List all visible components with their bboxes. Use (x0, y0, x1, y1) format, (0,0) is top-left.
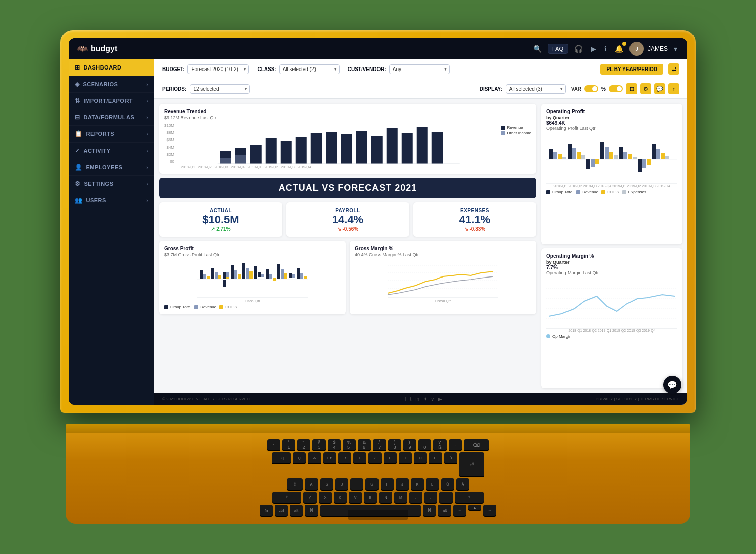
key-j[interactable]: J (396, 478, 409, 490)
key-f[interactable]: F (350, 478, 363, 490)
social-instagram[interactable]: ✦ (423, 396, 427, 402)
key-e[interactable]: E€ (323, 452, 336, 463)
key-b[interactable]: B (364, 492, 377, 503)
app-name: budgyt (91, 44, 117, 53)
info-icon[interactable]: ℹ (602, 43, 609, 55)
key-g[interactable]: G (365, 478, 379, 490)
var-percent-toggle[interactable] (609, 85, 623, 92)
avatar[interactable]: J (629, 42, 644, 56)
key-capslock[interactable]: ⇪ (287, 478, 303, 490)
key-0[interactable]: =0 (418, 439, 431, 450)
social-twitter[interactable]: t (410, 396, 412, 402)
key-5[interactable]: %5 (343, 439, 356, 450)
share-icon-btn[interactable]: ↑ (668, 83, 679, 94)
pl-button[interactable]: PL BY YEAR/PERIOD (600, 64, 663, 75)
class-select[interactable]: All selected (2) (279, 64, 340, 74)
key-ss[interactable]: ?ß (433, 439, 447, 450)
key-x[interactable]: X (319, 492, 332, 503)
key-h[interactable]: H (381, 478, 394, 490)
key-d[interactable]: D (335, 478, 348, 490)
key-q[interactable]: Q (293, 452, 306, 463)
key-7[interactable]: /7 (373, 439, 386, 450)
key-p[interactable]: P (429, 452, 442, 463)
key-ctrl[interactable]: ctrl (275, 505, 288, 516)
key-3[interactable]: §3 (312, 439, 326, 450)
key-cmd-right[interactable]: ⌘ (423, 505, 436, 516)
video-icon[interactable]: ▶ (589, 43, 598, 55)
search-icon[interactable]: 🔍 (531, 43, 544, 55)
bell-icon[interactable]: 🔔 (613, 43, 625, 55)
key-6[interactable]: &6 (358, 439, 371, 450)
trackpad[interactable] (348, 510, 408, 520)
key-2[interactable]: "2 (297, 439, 310, 450)
key-s[interactable]: S (320, 478, 333, 490)
key-l[interactable]: L (426, 478, 439, 490)
var-toggle[interactable] (584, 85, 598, 92)
table-icon[interactable]: ⊞ (626, 83, 637, 94)
key-right[interactable]: → (483, 505, 496, 516)
key-backtick[interactable]: '` (449, 439, 462, 450)
social-youtube[interactable]: ▶ (438, 396, 442, 402)
chevron-down-icon[interactable]: ▾ (672, 43, 679, 55)
key-cmd[interactable]: ⌘ (305, 505, 318, 516)
key-w[interactable]: W (308, 452, 321, 463)
sidebar-item-import-export[interactable]: ⇅ IMPORT/EXPORT › (69, 93, 154, 109)
key-n[interactable]: N (379, 492, 392, 503)
key-u[interactable]: U (384, 452, 397, 463)
social-facebook[interactable]: f (405, 396, 406, 402)
key-period[interactable]: . (424, 492, 437, 503)
sidebar-item-scenarios[interactable]: ◈ SCENARIOS › (69, 76, 154, 93)
key-v[interactable]: V (349, 492, 362, 503)
sidebar-item-dashboard[interactable]: ⊞ DASHBOARD (69, 59, 154, 76)
key-i[interactable]: I (399, 452, 412, 463)
key-shift-left[interactable]: ⇧ (272, 492, 301, 503)
svg-rect-62 (577, 152, 581, 159)
key-tab[interactable]: →| (272, 452, 291, 463)
key-ue[interactable]: Ü (444, 452, 457, 463)
key-z[interactable]: Z (368, 452, 382, 463)
budget-select[interactable]: Forecast 2020 (10-2) (187, 64, 249, 74)
sidebar-item-employees[interactable]: 👤 EMPLOYEES › (69, 159, 154, 176)
key-up[interactable]: ▲ (468, 505, 481, 510)
headset-icon[interactable]: 🎧 (572, 43, 585, 55)
key-9[interactable]: )9 (403, 439, 416, 450)
faq-button[interactable]: FAQ (548, 44, 568, 54)
key-comma[interactable]: , (409, 492, 422, 503)
cust-vendor-select[interactable]: Any (389, 64, 450, 74)
key-enter[interactable]: ⏎ (459, 452, 484, 476)
key-y[interactable]: Y (303, 492, 317, 503)
key-ae[interactable]: Ä (456, 478, 469, 490)
key-alt[interactable]: alt (290, 505, 303, 516)
sidebar-item-settings[interactable]: ⚙ SETTINGS › (69, 176, 154, 192)
key-o[interactable]: O (414, 452, 427, 463)
key-slash[interactable]: - (439, 492, 453, 503)
chat-button[interactable]: 💬 (663, 376, 681, 394)
key-caret[interactable]: ^ (267, 439, 280, 450)
social-vimeo[interactable]: v (431, 396, 434, 402)
key-8[interactable]: (8 (388, 439, 401, 450)
key-shift-right[interactable]: ⇧ (455, 492, 484, 503)
key-k[interactable]: K (411, 478, 424, 490)
chat-icon-btn[interactable]: 💬 (654, 83, 665, 94)
display-select[interactable]: All selected (3) (506, 84, 566, 94)
key-1[interactable]: °1 (282, 439, 295, 450)
key-m[interactable]: M (394, 492, 407, 503)
sidebar-item-data-formulas[interactable]: ⊟ DATA/FORMULAS › (69, 109, 154, 126)
periods-select[interactable]: 12 selected (190, 84, 250, 94)
key-backspace[interactable]: ⌫ (464, 439, 489, 450)
sidebar-item-reports[interactable]: 📋 REPORTS › (69, 126, 154, 143)
sidebar-item-users[interactable]: 👥 USERS › (69, 192, 154, 209)
key-c[interactable]: C (334, 492, 347, 503)
key-oe[interactable]: Ö (441, 478, 454, 490)
gear-icon-btn[interactable]: ⚙ (640, 83, 651, 94)
key-r[interactable]: R (338, 452, 351, 463)
key-a[interactable]: A (305, 478, 318, 490)
key-4[interactable]: $4 (328, 439, 341, 450)
social-linkedin[interactable]: in (415, 396, 419, 402)
key-t[interactable]: T (353, 452, 366, 463)
sidebar-item-activity[interactable]: ✓ ACTIVITY › (69, 143, 154, 159)
key-fn[interactable]: fn (260, 505, 273, 516)
key-alt-right[interactable]: alt (438, 505, 451, 516)
key-left[interactable]: ← (453, 505, 466, 516)
switch-view-icon[interactable]: ⇄ (668, 63, 679, 75)
